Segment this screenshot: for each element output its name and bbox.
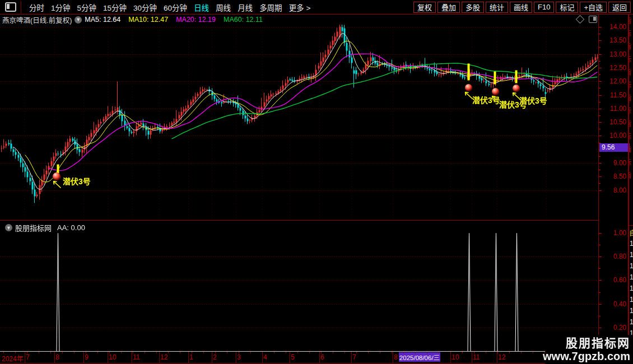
axis-tick [599,129,601,129]
right-strip-digit: 1 [630,240,633,248]
axis-tick [215,352,216,353]
month-separator [108,352,108,363]
toolbar-button-1[interactable]: 复权 [413,2,436,13]
indicator-axis-label: 0.80 [602,253,626,260]
month-separator [188,352,189,363]
axis-tick [168,352,169,353]
axis-tick [15,352,16,353]
axis-tick [599,176,602,177]
ma-value-4: MA60: 12.11 [224,16,263,24]
period-tab-10[interactable]: 多周期 [259,2,282,13]
chart-header-row: 燕京啤酒(日线.前复权) ▼ MA5: 12.64MA10: 12.47MA20… [0,15,598,25]
axis-tick [599,27,602,27]
price-axis-label: 8.00 [602,186,626,194]
indicator-name: 股朋指标网 [15,222,52,233]
axis-tick [474,352,474,353]
month-separator [290,352,290,363]
period-tab-7[interactable]: 日线 [194,2,209,13]
axis-tick [121,352,122,353]
toolbar-buttons: 复权叠加多股统计画线F10标记+自选返回 [412,2,633,13]
axis-tick [356,352,357,353]
period-tab-1[interactable]: 分时 [29,2,44,13]
chevron-down-icon[interactable]: ▼ [75,16,82,24]
sidebar-toggle-icon[interactable] [5,2,16,12]
axis-tick [227,352,227,353]
axis-tick [599,292,601,293]
month-separator [351,352,352,363]
month-label: 10 [452,353,459,361]
panel-divider[interactable] [0,220,598,221]
axis-tick [599,190,602,191]
axis-tick [250,352,251,353]
trading-app-window: 分时1分钟5分钟15分钟30分钟60分钟日线周线月线多周期更多 > 复权叠加多股… [0,0,633,364]
indicator-axis-label: 0.40 [602,300,626,308]
toolbar-button-8[interactable]: +自选 [580,2,607,13]
watermark-url: www.7gpzb.com [543,350,630,363]
axis-tick [599,115,601,116]
toolbar-button-3[interactable]: 多股 [462,2,484,13]
split-pane-icon[interactable] [589,16,597,23]
axis-tick [599,54,602,55]
price-axis-label: 11.00 [602,105,626,113]
axis-tick [286,352,286,353]
month-label: 12 [498,353,505,361]
axis-tick [427,352,427,353]
period-tab-3[interactable]: 5分钟 [77,2,97,13]
toolbar-button-5[interactable]: 画线 [510,2,532,13]
watermark-name: 股朋指标网 [566,337,630,350]
toolbar-button-9[interactable]: 返回 [608,2,631,13]
axis-tick [599,34,601,34]
chevron-down-icon[interactable]: ▼ [5,224,12,231]
year-label: 2024年 [2,353,24,363]
price-axis-label: 14.00 [602,23,626,31]
diamond-icon[interactable] [576,15,585,24]
right-strip-digit: 1 [630,318,633,326]
period-tab-9[interactable]: 月线 [238,2,253,13]
axis-tick [145,352,145,353]
axis-tick [239,352,239,353]
ma-value-3: MA20: 12.19 [176,16,216,24]
site-watermark: 股朋指标网 www.7gpzb.com [545,335,633,364]
period-tab-11[interactable]: 更多 > [289,2,311,13]
axis-tick [403,352,404,353]
indicator-header: ▼ 股朋指标网 AA: 0.00 [2,222,85,233]
axis-tick [192,352,192,353]
time-axis: 2024年 2025/08/06/三 789101112123456781011… [0,352,598,363]
month-separator [262,352,263,363]
toolbar-button-7[interactable]: 标记 [556,2,578,13]
axis-tick [497,352,498,353]
axis-tick [86,352,86,353]
period-tab-4[interactable]: 15分钟 [103,2,127,13]
month-separator [212,352,212,363]
toolbar-button-4[interactable]: 统计 [486,2,508,13]
ma-value-1: MA5: 12.64 [85,16,120,24]
price-axis-label: 13.00 [602,50,626,58]
toolbar-button-6[interactable]: F10 [534,2,554,13]
period-tab-8[interactable]: 周线 [216,2,231,13]
axis-tick [297,352,298,353]
axis-tick [62,352,63,353]
period-tab-5[interactable]: 30分钟 [133,2,157,13]
axis-tick [109,352,110,353]
price-axis-label: 12.00 [602,77,626,85]
axis-tick [450,352,451,353]
period-tab-6[interactable]: 60分钟 [164,2,187,13]
axis-tick [599,256,602,257]
axis-tick [599,170,601,170]
month-label: 7 [352,353,356,361]
indicator-axis-label: 0.60 [602,276,626,284]
axis-tick [599,102,601,102]
month-separator [472,352,472,363]
month-label: 10 [109,353,116,361]
axis-tick [599,316,601,316]
axis-tick [97,352,98,353]
axis-tick [415,352,416,353]
current-date-tag: 2025/08/06/三 [399,352,440,362]
period-tab-2[interactable]: 1分钟 [51,2,71,13]
indicator-chart[interactable] [0,221,598,351]
main-price-chart[interactable] [0,25,598,220]
month-label: 9 [85,353,89,361]
right-strip-auto-char: 自 [629,228,633,237]
toolbar-button-2[interactable]: 叠加 [437,2,460,13]
axis-tick [392,352,392,353]
